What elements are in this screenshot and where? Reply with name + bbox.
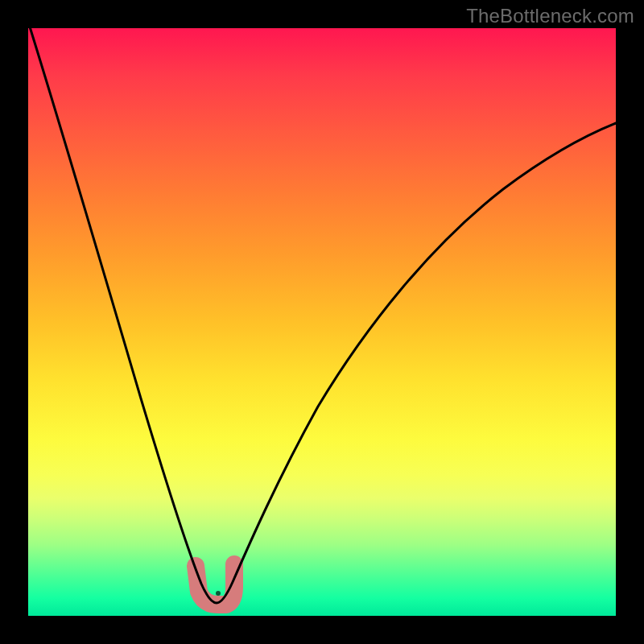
chart-svg — [28, 28, 616, 616]
watermark-text: TheBottleneck.com — [466, 5, 634, 27]
outer-frame: TheBottleneck.com — [0, 0, 644, 644]
bottleneck-curve — [28, 22, 616, 603]
plot-area — [28, 28, 616, 616]
minimum-dot — [216, 591, 221, 596]
